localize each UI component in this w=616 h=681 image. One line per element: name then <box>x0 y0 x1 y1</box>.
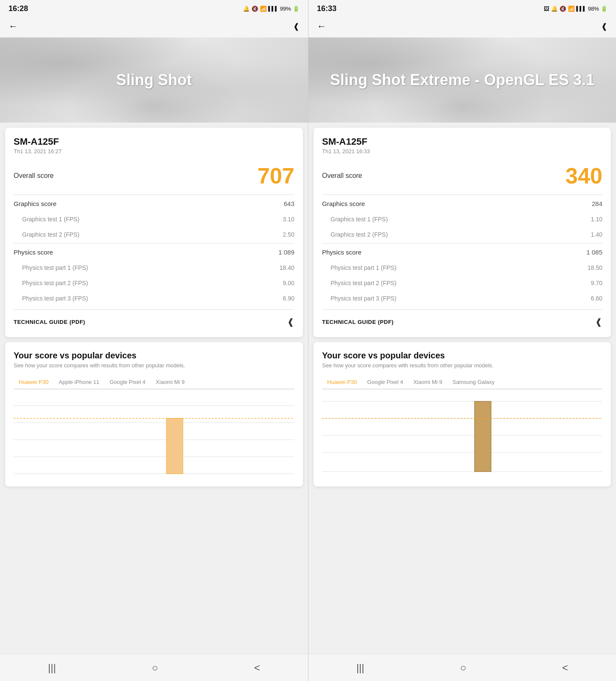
left-phone-panel: 16:28 🔔 🔇 📶 ▌▌▌ 99% 🔋 ← ❰ Sling Shot SM-… <box>0 0 308 681</box>
left-tech-share-icon[interactable]: ❰ <box>287 317 294 327</box>
right-tab-xiaomi[interactable]: Xiaomi Mi 9 <box>408 375 448 389</box>
left-hero-title: Sling Shot <box>108 71 200 89</box>
left-overall-label: Overall score <box>14 172 54 180</box>
right-back-nav-button[interactable]: < <box>562 662 568 674</box>
right-mute-icon: 🔇 <box>559 6 566 12</box>
right-tab-huawei[interactable]: Huawei P30 <box>322 375 362 389</box>
right-status-icons: 🖼 🔔 🔇 📶 ▌▌▌ 98% 🔋 <box>544 6 607 12</box>
right-wifi-icon: 📶 <box>568 6 575 12</box>
right-signal-icon: ▌▌▌ <box>576 6 586 11</box>
alarm-icon: 🔔 <box>243 6 250 12</box>
right-chart-svg <box>322 393 602 478</box>
left-results-card: SM-A125F Th1 13, 2021 16:27 Overall scor… <box>5 128 303 337</box>
right-battery-text: 98% <box>588 6 599 12</box>
right-tech-share-icon[interactable]: ❰ <box>595 317 602 327</box>
left-physics-value: 1 089 <box>278 249 294 256</box>
left-gtest2-label: Graphics test 2 (FPS) <box>14 231 80 238</box>
right-nav-bar: ← ❰ <box>308 15 616 37</box>
right-tech-guide-label: TECHNICAL GUIDE (PDF) <box>322 319 394 325</box>
left-gtest1-label: Graphics test 1 (FPS) <box>14 216 80 223</box>
left-ptest3-row: Physics test part 3 (FPS) 6.90 <box>14 291 294 306</box>
left-comparison-title: Your score vs popular devices <box>14 351 294 361</box>
right-alarm-icon: 🔔 <box>551 6 558 12</box>
battery-icon: 🔋 <box>293 6 299 12</box>
right-phone-panel: 16:33 🖼 🔔 🔇 📶 ▌▌▌ 98% 🔋 ← ❰ Sling Shot E… <box>308 0 616 681</box>
left-tab-google[interactable]: Google Pixel 4 <box>105 375 151 389</box>
right-hero-banner: Sling Shot Extreme - OpenGL ES 3.1 <box>308 37 616 123</box>
right-physics-label: Physics score <box>322 249 362 256</box>
left-chart-area <box>14 393 294 478</box>
left-tech-guide-row[interactable]: TECHNICAL GUIDE (PDF) ❰ <box>14 309 294 329</box>
left-bottom-nav: ||| ○ < <box>0 654 308 681</box>
right-home-button[interactable]: ○ <box>460 662 467 674</box>
right-ptest1-label: Physics test part 1 (FPS) <box>322 264 396 271</box>
left-comparison-subtitle: See how your score compares with results… <box>14 362 294 369</box>
left-gtest1-value: 3.10 <box>283 216 294 223</box>
right-ptest3-label: Physics test part 3 (FPS) <box>322 295 396 302</box>
right-ptest1-row: Physics test part 1 (FPS) 18.50 <box>322 260 602 275</box>
left-tab-xiaomi[interactable]: Xiaomi Mi 9 <box>151 375 190 389</box>
left-tab-huawei[interactable]: Huawei P30 <box>14 375 54 389</box>
right-comparison-section: Your score vs popular devices See how yo… <box>314 342 611 486</box>
right-results-card: SM-A125F Th1 13, 2021 16:33 Overall scor… <box>314 128 611 337</box>
battery-text: 99% <box>280 6 291 12</box>
left-gtest1-row: Graphics test 1 (FPS) 3.10 <box>14 212 294 227</box>
right-comparison-title: Your score vs popular devices <box>322 351 602 361</box>
svg-rect-5 <box>166 418 183 474</box>
right-bottom-nav: ||| ○ < <box>308 654 616 681</box>
right-gtest2-value: 1.40 <box>591 231 602 238</box>
right-gtest2-label: Graphics test 2 (FPS) <box>322 231 388 238</box>
left-ptest2-row: Physics test part 2 (FPS) 9.00 <box>14 275 294 291</box>
left-back-button[interactable]: ← <box>9 21 18 32</box>
right-divider-1 <box>322 195 602 195</box>
right-tab-samsung[interactable]: Samsung Galaxy <box>448 375 500 389</box>
left-ptest3-label: Physics test part 3 (FPS) <box>14 295 88 302</box>
left-hero-banner: Sling Shot <box>0 37 308 123</box>
left-physics-score-row: Physics score 1 089 <box>14 244 294 260</box>
left-scroll-content[interactable]: SM-A125F Th1 13, 2021 16:27 Overall scor… <box>0 123 308 654</box>
right-hero-title: Sling Shot Extreme - OpenGL ES 3.1 <box>322 71 603 89</box>
left-status-bar: 16:28 🔔 🔇 📶 ▌▌▌ 99% 🔋 <box>0 0 308 15</box>
right-device-tabs: Huawei P30 Google Pixel 4 Xiaomi Mi 9 Sa… <box>322 375 602 389</box>
right-share-button[interactable]: ❰ <box>601 22 607 31</box>
left-recents-button[interactable]: ||| <box>48 662 56 674</box>
right-recents-button[interactable]: ||| <box>356 662 365 674</box>
left-graphics-value: 643 <box>284 200 294 207</box>
right-photo-icon: 🖼 <box>544 6 549 12</box>
left-nav-bar: ← ❰ <box>0 15 308 37</box>
left-device-name: SM-A125F <box>14 136 294 147</box>
left-ptest1-row: Physics test part 1 (FPS) 18.40 <box>14 260 294 275</box>
right-graphics-label: Graphics score <box>322 200 365 207</box>
left-ptest1-value: 18.40 <box>279 264 294 271</box>
right-ptest3-value: 6.60 <box>591 295 602 302</box>
right-back-button[interactable]: ← <box>317 21 326 32</box>
left-ptest2-value: 9.00 <box>283 280 294 286</box>
left-ptest1-label: Physics test part 1 (FPS) <box>14 264 88 271</box>
left-tab-apple[interactable]: Apple iPhone 11 <box>54 375 104 389</box>
left-home-button[interactable]: ○ <box>152 662 158 674</box>
left-gtest2-row: Graphics test 2 (FPS) 2.50 <box>14 227 294 242</box>
right-device-name: SM-A125F <box>322 136 602 147</box>
left-divider-2 <box>14 243 294 243</box>
left-graphics-score-row: Graphics score 643 <box>14 196 294 212</box>
right-tab-google[interactable]: Google Pixel 4 <box>362 375 408 389</box>
right-gtest1-label: Graphics test 1 (FPS) <box>322 216 388 223</box>
right-overall-score-row: Overall score 340 <box>322 163 602 194</box>
left-graphics-label: Graphics score <box>14 200 57 207</box>
left-overall-value: 707 <box>257 163 294 189</box>
right-graphics-score-row: Graphics score 284 <box>322 196 602 212</box>
right-scroll-content[interactable]: SM-A125F Th1 13, 2021 16:33 Overall scor… <box>308 123 616 654</box>
left-status-icons: 🔔 🔇 📶 ▌▌▌ 99% 🔋 <box>243 6 299 12</box>
left-device-tabs: Huawei P30 Apple iPhone 11 Google Pixel … <box>14 375 294 389</box>
right-status-time: 16:33 <box>317 4 337 13</box>
right-chart-area <box>322 393 602 478</box>
right-tech-guide-row[interactable]: TECHNICAL GUIDE (PDF) ❰ <box>322 309 602 329</box>
left-share-button[interactable]: ❰ <box>293 22 299 31</box>
right-graphics-value: 284 <box>592 200 602 207</box>
left-overall-score-row: Overall score 707 <box>14 163 294 194</box>
right-comparison-subtitle: See how your score compares with results… <box>322 362 602 369</box>
left-back-nav-button[interactable]: < <box>254 662 260 674</box>
right-ptest2-label: Physics test part 2 (FPS) <box>322 280 396 286</box>
right-ptest2-row: Physics test part 2 (FPS) 9.70 <box>322 275 602 291</box>
left-tech-guide-label: TECHNICAL GUIDE (PDF) <box>14 319 85 325</box>
